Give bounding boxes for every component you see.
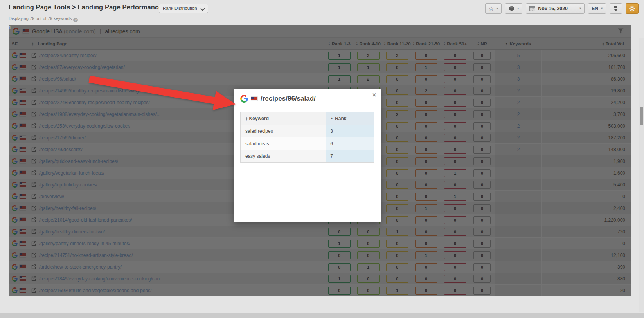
popup-rank: 7 bbox=[326, 150, 374, 162]
popup-col-rank[interactable]: ▲ Rank bbox=[326, 112, 374, 125]
popup-keyword-row: salad recipes 3 bbox=[241, 125, 374, 137]
popup-table: ▲▼ Keyword ▲ Rank salad recipes 3 salad … bbox=[240, 112, 374, 163]
popup-col-keyword[interactable]: ▲▼ Keyword bbox=[241, 112, 326, 125]
popup-keyword-row: salad ideas 6 bbox=[241, 137, 374, 150]
sort-asc-icon: ▲ bbox=[330, 117, 333, 120]
popup-table-header: ▲▼ Keyword ▲ Rank bbox=[241, 112, 374, 125]
sort-icon: ▲▼ bbox=[245, 117, 248, 121]
popup-keyword: easy salads bbox=[241, 150, 326, 162]
popup-keyword: salad ideas bbox=[241, 137, 326, 150]
google-icon bbox=[240, 95, 248, 103]
us-flag-icon bbox=[251, 97, 257, 101]
popup-keyword: salad recipes bbox=[241, 125, 326, 137]
google-icon bbox=[240, 95, 248, 103]
popup-table-body: salad recipes 3 salad ideas 6 easy salad… bbox=[241, 125, 374, 163]
popup-title: /recipes/96/salad/ bbox=[261, 95, 316, 103]
popup-rank: 3 bbox=[326, 125, 374, 137]
popup-keyword-row: easy salads 7 bbox=[241, 150, 374, 163]
popup-rank: 6 bbox=[326, 137, 374, 150]
popup-header: /recipes/96/salad/ bbox=[234, 89, 381, 107]
keyword-detail-popup: ✕ /recipes/96/salad/ ▲▼ Keyword ▲ Rank s… bbox=[234, 89, 381, 222]
close-icon[interactable]: ✕ bbox=[372, 92, 376, 98]
